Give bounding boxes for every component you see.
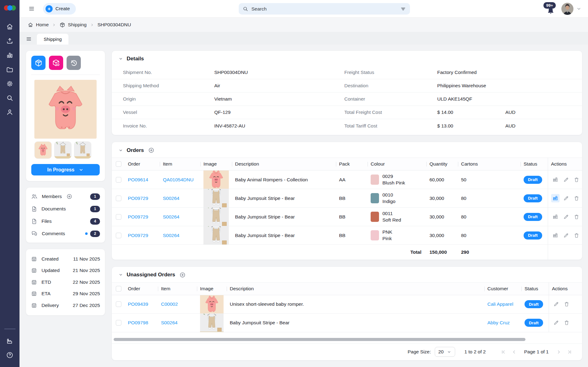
create-button[interactable]: + Create	[43, 3, 76, 15]
orders-total-row: Total 150,000 290	[112, 245, 582, 260]
status-dropdown-button[interactable]: In Progress	[31, 164, 100, 175]
first-page-button[interactable]	[499, 348, 507, 356]
add-member-button[interactable]	[66, 193, 72, 200]
edit-button[interactable]	[562, 176, 570, 184]
detail-value: $ 13.00	[437, 123, 505, 129]
order-link[interactable]: PO09798	[128, 320, 148, 325]
order-link[interactable]: PO09729	[128, 196, 148, 201]
tab-list-button[interactable]	[26, 36, 32, 42]
remove-shipment-button[interactable]	[49, 56, 63, 70]
meta-files[interactable]: Files 4	[31, 215, 100, 227]
collapse-details-button[interactable]	[118, 56, 123, 61]
item-link[interactable]: S00264	[161, 320, 177, 325]
nav-folders-button[interactable]	[3, 62, 17, 76]
status-badge: Draft	[525, 300, 543, 308]
item-link[interactable]: C00002	[161, 301, 178, 307]
customer-link[interactable]: Abby Cruz	[487, 320, 510, 325]
nav-search-button[interactable]	[3, 91, 17, 105]
order-link[interactable]: PO09729	[128, 233, 148, 238]
collapse-orders-button[interactable]	[118, 148, 123, 153]
select-all-checkbox[interactable]	[116, 161, 121, 167]
row-checkbox[interactable]	[116, 301, 121, 307]
last-page-icon	[567, 349, 572, 355]
sidebar-toggle-button[interactable]	[27, 4, 36, 13]
edit-button[interactable]	[562, 213, 570, 221]
delete-button[interactable]	[573, 176, 581, 184]
detail-label: Shipment No.	[123, 70, 214, 75]
nav-factory-button[interactable]	[3, 334, 17, 348]
nav-help-button[interactable]	[3, 348, 17, 362]
delete-button[interactable]	[563, 300, 571, 308]
nav-users-button[interactable]	[3, 105, 17, 119]
order-link[interactable]: PO09729	[128, 214, 148, 219]
status-badge: Draft	[524, 194, 542, 202]
horizontal-scrollbar	[113, 338, 542, 341]
search-filter-button[interactable]	[400, 6, 406, 12]
help-icon	[6, 351, 14, 359]
cartonize-button[interactable]	[551, 213, 560, 221]
detail-label: Freight Status	[344, 70, 437, 75]
nav-settings-button[interactable]	[3, 76, 17, 91]
row-checkbox[interactable]	[116, 177, 121, 183]
delete-button[interactable]	[573, 231, 581, 240]
account-menu-button[interactable]	[576, 6, 582, 12]
colour-name: Soft Red	[382, 217, 401, 222]
edit-button[interactable]	[552, 300, 560, 308]
avatar[interactable]	[561, 3, 573, 15]
last-page-button[interactable]	[566, 348, 573, 356]
item-link[interactable]: S00264	[163, 233, 179, 238]
item-link[interactable]: S00264	[163, 196, 179, 201]
add-order-button[interactable]	[148, 147, 155, 153]
tab-shipping[interactable]: Shipping	[37, 34, 68, 45]
nav-upload-button[interactable]	[3, 34, 17, 48]
notifications-button[interactable]: 99+	[543, 2, 559, 15]
item-link[interactable]: QA01054DNU	[163, 177, 194, 182]
meta-members[interactable]: Members 1	[31, 190, 100, 203]
product-thumbnails	[34, 141, 97, 159]
prev-page-button[interactable]	[510, 348, 518, 356]
order-quantity: 30,000	[426, 226, 458, 245]
customer-link[interactable]: Cali Apparel	[487, 301, 513, 307]
detail-extra: AUD	[505, 123, 571, 129]
order-link[interactable]: PO09439	[128, 301, 148, 307]
orders-title: Orders	[127, 147, 144, 153]
order-quantity: 60,000	[426, 171, 458, 189]
page-size-select[interactable]: 20	[435, 347, 455, 357]
edit-button[interactable]	[562, 231, 570, 240]
delete-button[interactable]	[563, 319, 571, 327]
orders-card: Orders Order Item Image Description	[111, 142, 582, 260]
nav-reports-button[interactable]	[3, 48, 17, 62]
row-checkbox[interactable]	[116, 233, 121, 238]
scrollbar-thumb[interactable]	[114, 338, 525, 341]
status-label: In Progress	[47, 167, 74, 173]
add-unassigned-order-button[interactable]	[179, 272, 186, 278]
meta-documents[interactable]: Documents 1	[31, 203, 100, 215]
delete-button[interactable]	[573, 213, 581, 221]
row-checkbox[interactable]	[116, 320, 121, 326]
cartonize-button[interactable]	[551, 175, 560, 184]
search-input[interactable]	[251, 6, 397, 12]
delete-button[interactable]	[573, 194, 581, 202]
nav-home-button[interactable]	[3, 19, 17, 34]
next-page-button[interactable]	[555, 348, 563, 356]
detail-value: INV-45872-AU	[214, 123, 344, 129]
row-checkbox[interactable]	[116, 196, 121, 201]
collapse-unassigned-button[interactable]	[118, 272, 123, 277]
cartonize-button[interactable]	[551, 194, 560, 202]
edit-button[interactable]	[552, 319, 560, 327]
history-button[interactable]	[67, 56, 81, 70]
order-link[interactable]: PO09614	[128, 177, 148, 182]
thumbnail-jumpsuit-2[interactable]	[74, 141, 91, 159]
meta-comments[interactable]: Comments 2	[31, 227, 100, 240]
unassigned-title: Unassigned Orders	[127, 272, 175, 278]
row-checkbox[interactable]	[116, 214, 121, 220]
item-link[interactable]: S00264	[163, 214, 179, 219]
pack-shipment-button[interactable]	[31, 56, 46, 70]
breadcrumb-shipping[interactable]: Shipping	[59, 22, 86, 28]
thumbnail-jumpsuit-1[interactable]	[54, 141, 72, 159]
select-all-checkbox[interactable]	[116, 286, 121, 291]
cartonize-button[interactable]	[551, 231, 560, 240]
thumbnail-pig-romper[interactable]	[34, 141, 52, 159]
edit-button[interactable]	[562, 194, 570, 202]
breadcrumb-home[interactable]: Home	[28, 22, 49, 28]
